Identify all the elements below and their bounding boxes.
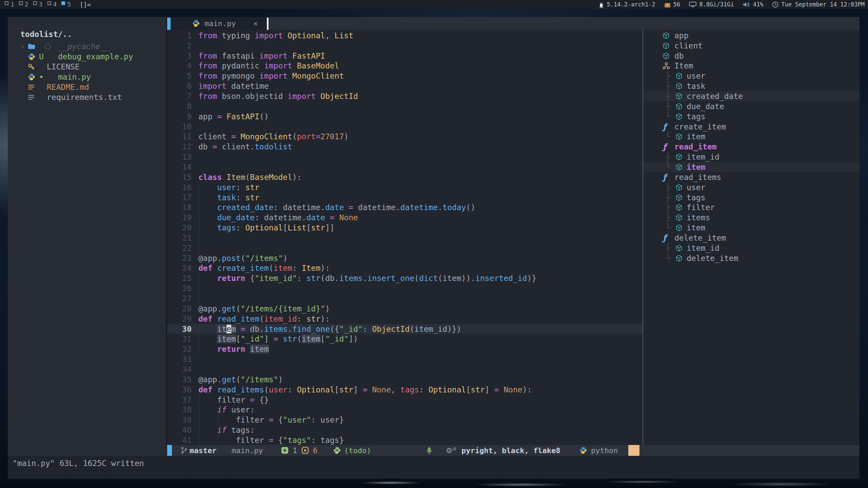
code-line-36[interactable]: 36def read_items(user: Optional[str] = N… [167,385,643,395]
code-line-20[interactable]: 20 tags: Optional[List[str]] [167,223,643,233]
code-line-17[interactable]: 17 task: str [167,192,643,203]
symbol-item_id[interactable]: ├item_id [643,152,860,162]
indent-guide [199,182,200,253]
code-line-26[interactable]: 26 [167,283,643,293]
line-number: 27 [167,294,192,303]
code-line-1[interactable]: 1from typing import Optional, List [167,30,643,41]
symbol-tags[interactable]: └tags [643,111,860,122]
code-line-39[interactable]: 39 filter = {"user": user} [167,415,643,425]
symbol-item[interactable]: └item [643,223,860,233]
code-text: if tags: [198,426,255,434]
code-text: task: str [198,193,259,202]
code-line-16[interactable]: 16 user: str [167,182,643,192]
code-editor[interactable]: 1from typing import Optional, List23from… [167,30,643,445]
workspace-square-icon [33,1,37,5]
tree-connector: └ [666,254,670,263]
chevron-icon[interactable]: › [21,43,24,50]
empty-line-tilde: ~ [12,406,17,415]
tree-item-__pycache__[interactable]: ›__pycache__ [8,41,166,52]
code-line-3[interactable]: 3from fastapi import FastAPI [167,51,643,61]
status-text: 41% [753,1,764,8]
tree-item-main.py[interactable]: •main.py [8,72,166,82]
workspace-button-5[interactable]: 5 [61,1,71,8]
symbol-user[interactable]: ├user [643,182,860,192]
tab-main-py[interactable]: main.py ✕ [171,17,269,30]
code-line-22[interactable]: 22 [167,243,643,253]
code-line-28[interactable]: 28@app.get("/items/{item_id}") [167,304,643,314]
code-line-18[interactable]: 18 created_date: datetime.date = datetim… [167,202,643,212]
symbol-label: created_date [687,92,743,101]
code-line-32[interactable]: 32 return item [167,344,643,354]
workspace-button-3[interactable]: 3 [33,1,43,8]
code-line-13[interactable]: 13 [167,152,643,162]
symbol-create_item[interactable]: ƒcreate_item [643,122,860,132]
code-line-19[interactable]: 19 due_date: datetime.date = None [167,212,643,223]
code-line-11[interactable]: 11client = MongoClient(port=27017) [167,132,643,142]
tree-item-README.md[interactable]: README.md [8,82,166,92]
code-line-33[interactable]: 33 [167,354,643,364]
code-line-21[interactable]: 21 [167,233,643,243]
code-line-29[interactable]: 29def read_item(item_id: str): [167,314,643,324]
class-icon [663,62,670,69]
cube-icon [676,224,682,231]
symbol-item[interactable]: └item [643,132,860,142]
code-line-41[interactable]: 41 filter = {"tags": tags} [167,435,643,445]
symbol-due_date[interactable]: ├due_date [643,101,860,111]
symbol-filter[interactable]: ├filter [643,202,860,212]
code-line-37[interactable]: 37 filter = {} [167,395,643,405]
code-line-6[interactable]: 6import datetime [167,81,643,91]
code-line-8[interactable]: 8 [167,101,643,111]
mdlines-icon [28,83,36,91]
symbol-created_date[interactable]: ├created_date [643,91,860,101]
line-number: 34 [167,365,192,374]
code-line-5[interactable]: 5from pymongo import MongoClient [167,71,643,81]
code-line-4[interactable]: 4from pydantic import BaseModel [167,61,643,71]
symbol-read_items[interactable]: ƒread_items [643,172,860,182]
code-line-12[interactable]: 12db = client.todolist [167,142,643,152]
code-line-10[interactable]: 10 [167,122,643,132]
symbol-item[interactable]: └item [643,162,860,172]
symbol-user[interactable]: ├user [643,71,860,81]
symbol-db[interactable]: db [643,51,860,61]
symbol-delete_item[interactable]: ƒdelete_item [643,233,860,243]
symbol-delete_item[interactable]: └delete_item [643,253,860,263]
code-line-38[interactable]: 38 if user: [167,405,643,415]
line-number: 31 [167,334,192,343]
code-line-7[interactable]: 7from bson.objectid import ObjectId [167,91,643,101]
symbol-items[interactable]: ├items [643,212,860,223]
symbol-item_id[interactable]: ├item_id [643,243,860,253]
code-line-25[interactable]: 25 return {"item_id": str(db.items.inser… [167,273,643,283]
python-icon [28,53,36,61]
code-line-14[interactable]: 14 [167,162,643,172]
symbol-label: item [687,223,705,232]
tree-item-debug_example.py[interactable]: Udebug_example.py [8,52,166,62]
code-line-23[interactable]: 23@app.post("/items") [167,253,643,263]
line-number: 12 [167,142,192,151]
code-line-30[interactable]: 30 item = db.items.find_one({"_id": Obje… [167,324,643,334]
code-line-15[interactable]: 15class Item(BaseModel): [167,172,643,182]
symbol-client[interactable]: client [643,41,860,51]
code-line-9[interactable]: 9app = FastAPI() [167,111,643,122]
code-line-31[interactable]: 31 item["_id"] = str(item["_id"]) [167,334,643,344]
symbol-app[interactable]: app [643,30,860,41]
code-line-34[interactable]: 34 [167,364,643,374]
empty-line-tilde: ~ [12,244,17,253]
workspace-button-2[interactable]: 2 [19,1,28,8]
empty-line-tilde: ~ [12,436,17,445]
tree-item-LICENSE[interactable]: LICENSE [8,62,166,72]
workspace-button-4[interactable]: 4 [47,1,57,8]
symbol-label: item [687,132,705,141]
code-line-2[interactable]: 2 [167,41,643,51]
symbol-Item[interactable]: Item [643,61,860,71]
code-line-35[interactable]: 35@app.get("/items") [167,374,643,385]
code-line-24[interactable]: 24def create_item(item: Item): [167,263,643,273]
tree-item-requirements.txt[interactable]: requirements.txt [8,92,166,102]
code-line-40[interactable]: 40 if tags: [167,425,643,435]
workspace-button-1[interactable]: 1 [5,1,14,8]
code-line-27[interactable]: 27 [167,293,643,304]
empty-line-tilde: ~ [12,173,17,182]
close-icon[interactable]: ✕ [254,19,258,27]
symbol-task[interactable]: ├task [643,81,860,91]
symbol-tags[interactable]: ├tags [643,192,860,203]
symbol-read_item[interactable]: ƒread_item [643,142,860,152]
